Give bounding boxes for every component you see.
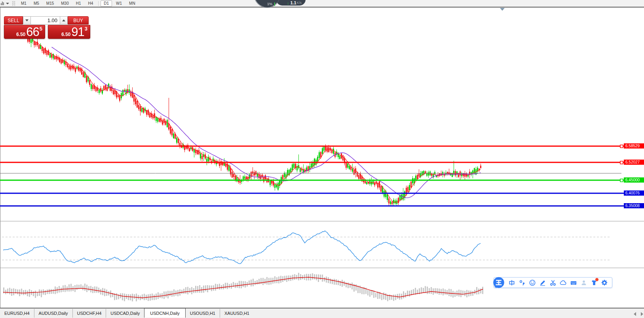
buy-price-pips: 91 <box>71 26 84 38</box>
panel-collapse-arrow-icon[interactable] <box>500 8 505 11</box>
sell-button[interactable]: SELL <box>4 16 23 25</box>
tab-xauusd-h1[interactable]: XAUUSD,H1 <box>220 309 254 318</box>
emoji-icon[interactable] <box>529 279 536 286</box>
sell-quote-button[interactable]: 6.50 66 5 <box>4 25 45 39</box>
timeframe-m15[interactable]: M15 <box>43 0 57 7</box>
chart-canvas[interactable] <box>0 0 644 318</box>
caret-down-icon <box>25 19 28 21</box>
buy-button[interactable]: BUY <box>68 16 89 25</box>
timeframe-m5[interactable]: M5 <box>30 0 42 7</box>
ime-toolbar <box>494 277 612 288</box>
tab-eurusd-h4[interactable]: EURUSD,H4 <box>0 309 34 318</box>
tab-usdchf-h4[interactable]: USDCHF,H4 <box>72 309 106 318</box>
caret-up-icon <box>62 19 65 21</box>
download-speed-value: 1.1 <box>290 0 296 5</box>
timeframe-w1[interactable]: W1 <box>113 0 125 7</box>
settings-gear-icon[interactable] <box>601 279 608 286</box>
timeframe-m30[interactable]: M30 <box>58 0 72 7</box>
tab-usousd-h1[interactable]: USOUSD,H1 <box>186 309 220 318</box>
timeframe-m1[interactable]: M1 <box>18 0 30 7</box>
volume-decrease-button[interactable] <box>23 16 31 25</box>
net-ball-label: 1% <box>267 2 272 6</box>
timeframe-h1[interactable]: H1 <box>73 0 84 7</box>
net-speed-pill: ↓ 1.1 K/s <box>276 0 306 6</box>
net-ball-tick <box>274 2 275 6</box>
timeframe-toolbar: M1 M5 M15 M30 H1 H4 D1 W1 MN <box>0 0 644 8</box>
toolbar-dropdown[interactable] <box>1 2 9 5</box>
tab-audusd-daily[interactable]: AUDUSD,Daily <box>34 309 72 318</box>
sell-price-point: 5 <box>40 26 42 31</box>
ime-logo-icon[interactable] <box>493 277 505 289</box>
chart-tab-bar: EURUSD,H4 AUDUSD,Daily USDCHF,H4 USDCAD,… <box>0 308 644 318</box>
buy-price-point: 3 <box>85 26 87 31</box>
virtual-keyboard-icon[interactable] <box>570 279 577 286</box>
download-speed-unit: K/s <box>297 1 302 5</box>
hline-price-label[interactable]: 6.58529 <box>624 143 644 149</box>
toolbar-grip <box>12 1 15 6</box>
buy-quote-button[interactable]: 6.50 91 3 <box>48 25 90 39</box>
notification-dot <box>595 278 599 282</box>
timeframe-mn[interactable]: MN <box>126 0 139 7</box>
hline-price-label[interactable]: 6.35008 <box>624 203 644 208</box>
hline-price-label[interactable]: 6.40076 <box>624 190 644 196</box>
handwriting-pen-icon[interactable] <box>539 279 546 286</box>
hline-price-label[interactable]: 6.45000 <box>624 177 644 183</box>
volume-input[interactable] <box>31 16 60 25</box>
buy-price-prefix: 6.50 <box>61 32 70 38</box>
download-arrow-icon: ↓ <box>287 1 289 5</box>
tab-usdcad-daily[interactable]: USDCAD,Daily <box>106 309 144 318</box>
account-icon[interactable] <box>580 279 587 286</box>
tab-scroll-left-icon[interactable] <box>634 312 636 316</box>
timeframe-d1[interactable]: D1 <box>101 0 112 7</box>
chevron-down-icon <box>6 3 9 4</box>
toolbar-separator <box>98 1 99 6</box>
sell-price-prefix: 6.50 <box>16 32 25 38</box>
tab-scroll-right-icon[interactable] <box>641 312 643 316</box>
scissors-icon[interactable] <box>549 279 557 286</box>
skin-icon[interactable] <box>591 279 598 286</box>
chinese-mode-icon[interactable] <box>508 279 515 286</box>
chart-style-icon <box>1 2 5 5</box>
sell-price-pips: 66 <box>26 26 39 38</box>
tab-usdcnh-daily[interactable]: USDCNH,Daily <box>144 308 186 318</box>
punctuation-icon[interactable] <box>519 279 526 286</box>
cloud-icon[interactable] <box>560 279 567 286</box>
volume-increase-button[interactable] <box>60 16 68 25</box>
timeframe-h4[interactable]: H4 <box>85 0 97 7</box>
hline-price-label[interactable]: 6.52027 <box>624 160 644 165</box>
